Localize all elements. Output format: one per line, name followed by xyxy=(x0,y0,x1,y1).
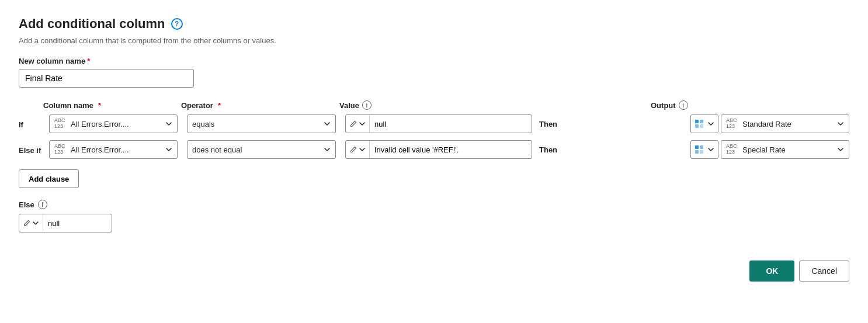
help-icon[interactable]: ? xyxy=(171,18,183,30)
header-operator: Operator * xyxy=(181,101,330,110)
else-if-row: Else if ABC 123 All Errors.Error.... doe… xyxy=(19,140,849,159)
elseif-operator-chevron-icon xyxy=(324,146,331,153)
if-pencil-icon xyxy=(349,120,357,128)
else-value-wrapper xyxy=(19,214,112,232)
dialog-footer: OK Cancel xyxy=(19,251,849,282)
if-output-abc-icon: ABC 123 xyxy=(726,118,739,130)
if-operator-chevron-icon xyxy=(324,120,331,127)
elseif-column-name-dropdown[interactable]: ABC 123 All Errors.Error.... xyxy=(49,140,178,159)
else-section-label-row: Else i xyxy=(19,200,849,209)
if-output-chevron-icon xyxy=(837,120,844,127)
elseif-operator-dropdown[interactable]: does not equal xyxy=(187,140,336,159)
elseif-output-abc-icon: ABC 123 xyxy=(726,144,739,155)
if-output-value: Standard Rate xyxy=(742,120,834,128)
column-headers: Column name * Operator * Value i Output … xyxy=(19,100,849,110)
elseif-abc-123-icon: ABC 123 xyxy=(54,144,67,155)
if-row: If ABC 123 All Errors.Error.... equals xyxy=(19,114,849,133)
elseif-grid-icon xyxy=(695,145,704,154)
new-column-name-section: New column name* xyxy=(19,57,849,100)
svg-rect-7 xyxy=(700,150,703,154)
add-clause-button[interactable]: Add clause xyxy=(19,169,79,188)
if-column-name-value: All Errors.Error.... xyxy=(71,120,162,128)
abc-123-icon: ABC 123 xyxy=(54,118,67,130)
if-output-type-btn[interactable] xyxy=(690,114,718,133)
dialog-subtitle: Add a conditional column that is compute… xyxy=(19,36,849,45)
elseif-value-wrapper xyxy=(345,140,532,159)
if-column-chevron-icon xyxy=(165,120,172,127)
svg-rect-2 xyxy=(695,124,699,128)
svg-rect-4 xyxy=(695,145,699,149)
cancel-button[interactable]: Cancel xyxy=(799,261,849,282)
if-operator-value: equals xyxy=(192,120,320,128)
output-info-icon[interactable]: i xyxy=(679,100,688,110)
elseif-column-chevron-icon xyxy=(165,146,172,153)
if-then-label: Then xyxy=(539,120,557,128)
elseif-output-type-btn[interactable] xyxy=(690,140,718,159)
elseif-output-type-chevron-icon xyxy=(707,146,714,153)
elseif-then-label: Then xyxy=(539,145,557,154)
elseif-value-input[interactable] xyxy=(370,141,532,158)
else-if-label: Else if xyxy=(19,145,49,155)
if-value-chevron-icon xyxy=(359,120,366,127)
header-column-name: Column name * xyxy=(43,101,172,110)
header-output: Output i xyxy=(651,100,849,110)
elseif-output-value-dropdown[interactable]: ABC 123 Special Rate xyxy=(721,140,849,159)
elseif-pencil-icon xyxy=(349,145,357,154)
svg-rect-5 xyxy=(700,145,703,149)
column-name-label: New column name* xyxy=(19,57,849,65)
else-value-type-btn[interactable] xyxy=(19,214,43,232)
svg-rect-0 xyxy=(695,120,699,123)
elseif-column-name-value: All Errors.Error.... xyxy=(71,145,162,154)
svg-rect-1 xyxy=(700,120,703,123)
header-value: Value i xyxy=(339,100,526,110)
if-operator-dropdown[interactable]: equals xyxy=(187,114,336,133)
if-grid-icon xyxy=(695,119,704,128)
if-value-wrapper xyxy=(345,114,532,133)
elseif-operator-value: does not equal xyxy=(192,145,320,154)
elseif-output-chevron-icon xyxy=(837,146,844,153)
if-value-input[interactable] xyxy=(370,115,532,133)
else-input-row xyxy=(19,214,849,232)
if-output-wrapper: ABC 123 Standard Rate xyxy=(690,114,849,133)
if-output-value-dropdown[interactable]: ABC 123 Standard Rate xyxy=(721,114,849,133)
elseif-output-wrapper: ABC 123 Special Rate xyxy=(690,140,849,159)
dialog-title: Add conditional column xyxy=(19,16,165,32)
if-label: If xyxy=(19,119,49,129)
column-name-input[interactable] xyxy=(19,69,194,88)
dialog-container: Add conditional column ? Add a condition… xyxy=(19,16,849,282)
title-row: Add conditional column ? xyxy=(19,16,849,32)
else-value-chevron-icon xyxy=(32,220,39,227)
svg-rect-6 xyxy=(695,150,699,154)
elseif-value-chevron-icon xyxy=(359,146,366,153)
else-pencil-icon xyxy=(23,219,31,227)
else-info-icon[interactable]: i xyxy=(38,200,47,209)
if-value-type-btn[interactable] xyxy=(346,115,370,133)
ok-button[interactable]: OK xyxy=(749,261,794,282)
elseif-value-type-btn[interactable] xyxy=(346,141,370,158)
required-star: * xyxy=(87,57,90,65)
value-info-icon[interactable]: i xyxy=(362,100,371,110)
svg-rect-3 xyxy=(700,124,703,128)
if-output-type-chevron-icon xyxy=(707,120,714,127)
operator-required-star: * xyxy=(218,101,221,110)
elseif-output-value: Special Rate xyxy=(742,145,834,154)
header-required-star: * xyxy=(98,101,101,110)
else-value-input[interactable] xyxy=(43,214,112,232)
else-label: Else xyxy=(19,200,34,209)
if-column-name-dropdown[interactable]: ABC 123 All Errors.Error.... xyxy=(49,114,178,133)
